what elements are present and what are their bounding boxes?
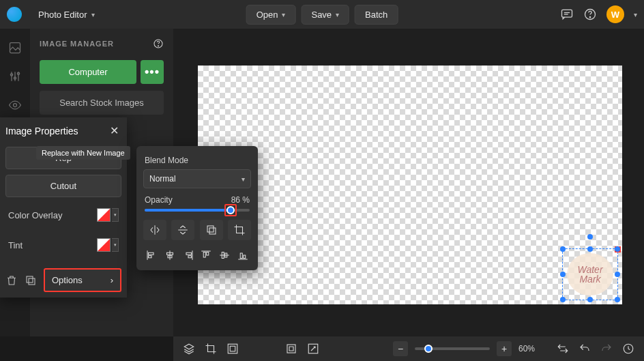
rotate-handle[interactable] [587,234,593,240]
color-overlay-row: Color Overlay ▾ [5,203,121,227]
resize-handle-ml[interactable] [560,272,566,277]
zoom-slider[interactable] [415,347,490,350]
options-button[interactable]: Options › [44,268,121,292]
bring-forward-button[interactable] [200,220,223,240]
svg-point-14 [158,46,158,46]
flip-horizontal-button[interactable] [143,220,166,240]
crop-button[interactable] [228,220,251,240]
expand-icon[interactable] [307,343,319,355]
top-right-group: W ▾ [560,5,637,23]
chevron-down-icon: ▾ [282,11,285,18]
options-label: Options [52,275,83,285]
computer-label: Computer [68,67,107,77]
replace-tooltip: Replace with New Image [36,146,130,160]
svg-rect-38 [230,346,235,351]
chevron-down-icon: ▾ [112,238,119,252]
opacity-value: 86 % [231,195,250,205]
resize-handle-mr[interactable] [615,272,620,277]
computer-button[interactable]: Computer [40,60,136,84]
chevron-down-icon: ▾ [336,11,339,18]
swatch-none-icon [97,208,111,222]
chevron-down-icon: ▾ [91,11,95,18]
duplicate-icon[interactable] [25,274,37,287]
image-properties-title: Image Properties [5,126,78,136]
svg-point-4 [589,17,590,18]
tint-swatch[interactable]: ▾ [97,238,119,252]
watermark-image[interactable]: Water Mark [567,253,613,295]
replace-image-button[interactable]: Rep Replace with New Image [5,147,121,169]
resize-handle-tl[interactable] [560,246,566,252]
user-avatar[interactable]: W [606,5,624,23]
svg-rect-20 [149,252,154,255]
top-bar: Photo Editor ▾ Open ▾ Save ▾ Batch W ▾ [0,0,644,29]
history-icon[interactable] [622,343,634,355]
svg-rect-21 [149,256,152,258]
align-right-button[interactable] [180,247,196,263]
opacity-slider[interactable] [145,209,250,212]
chevron-right-icon: › [111,275,113,285]
open-label: Open [257,10,278,20]
chevron-down-icon[interactable]: ▾ [634,11,637,18]
image-properties-header: Image Properties ✕ [0,117,127,141]
cutout-label: Cutout [50,181,76,191]
compare-icon[interactable] [557,343,569,355]
opacity-row: Opacity 86 % [145,195,250,205]
options-popover: Blend Mode Normal ▾ Opacity 86 % [136,146,258,270]
resize-handle-mb[interactable] [587,297,593,302]
align-left-button[interactable] [143,247,160,263]
svg-rect-35 [240,253,242,259]
svg-rect-36 [244,255,246,259]
help-icon[interactable] [153,38,164,49]
blend-mode-select[interactable]: Normal ▾ [143,169,251,188]
color-overlay-swatch[interactable]: ▾ [97,208,119,222]
help-icon[interactable] [583,8,597,21]
redo-icon[interactable] [600,343,613,355]
image-properties-footer: Options › [0,263,127,298]
blend-mode-value: Normal [149,174,176,184]
fit-icon[interactable] [285,343,297,355]
image-tool-icon[interactable] [8,41,22,55]
batch-button[interactable]: Batch [355,5,398,25]
selected-image-bbox[interactable]: Water Mark [562,248,618,300]
svg-rect-0 [562,10,572,17]
resize-handle-bl[interactable] [560,297,566,302]
zoom-level-label: 60% [518,344,535,353]
search-stock-button[interactable]: Search Stock Images [40,91,164,115]
zoom-in-button[interactable]: + [497,341,512,356]
canvas[interactable]: Water Mark [198,66,622,304]
transform-row [143,220,251,240]
cutout-button[interactable]: Cutout [5,175,121,197]
watermark-line1: Water [577,265,602,274]
align-top-button[interactable] [198,247,214,263]
resize-handle-tr[interactable] [615,246,620,252]
save-button[interactable]: Save ▾ [301,5,349,25]
eye-tool-icon[interactable] [8,98,22,112]
background-icon[interactable] [226,343,239,355]
adjust-tool-icon[interactable] [8,70,22,83]
more-images-button[interactable]: ••• [141,60,164,84]
resize-handle-br[interactable] [615,297,620,302]
svg-rect-37 [228,344,237,353]
crop-icon[interactable] [205,343,217,355]
image-manager-header: IMAGE MANAGER [40,38,164,49]
app-title-dropdown[interactable]: Photo Editor ▾ [31,5,102,24]
align-row [143,247,251,263]
resize-handle-mt[interactable] [587,246,593,252]
zoom-out-button[interactable]: − [393,341,408,356]
trash-icon[interactable] [5,274,18,287]
bottom-bar: − + 60% [173,336,644,361]
blend-mode-label: Blend Mode [145,156,251,165]
swatch-none-icon [97,238,111,252]
align-bottom-button[interactable] [235,247,251,263]
align-center-v-button[interactable] [216,247,233,263]
undo-icon[interactable] [579,343,591,355]
open-button[interactable]: Open ▾ [246,5,296,25]
comment-icon[interactable] [560,8,574,21]
close-icon[interactable]: ✕ [110,124,119,137]
flip-vertical-button[interactable] [171,220,194,240]
svg-rect-27 [188,256,192,258]
align-center-h-button[interactable] [162,247,178,263]
layers-icon[interactable] [183,343,195,355]
opacity-slider-thumb[interactable] [226,206,235,214]
zoom-slider-thumb[interactable] [424,345,433,353]
